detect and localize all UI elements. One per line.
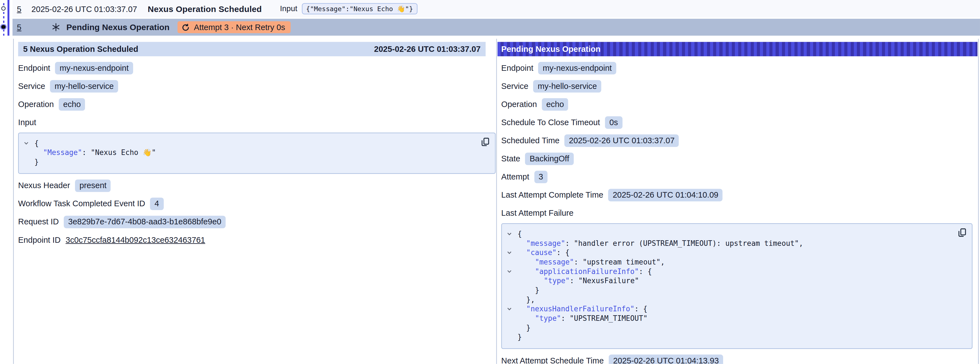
timeline-node-circle-icon [1, 6, 6, 11]
copy-button[interactable] [481, 138, 490, 146]
input-label: Input [280, 5, 297, 13]
pending-asterisk-icon [52, 23, 60, 31]
code-gutter [505, 323, 517, 333]
json-key: "message" [526, 239, 565, 248]
chevron-down-icon [507, 269, 512, 274]
right-panel-title: Pending Nexus Operation [501, 44, 601, 54]
field-value-link[interactable]: 3c0c75ccfa8144b092c13ce632463761 [65, 234, 205, 246]
code-indent [517, 305, 526, 314]
collapse-toggle[interactable] [505, 248, 517, 258]
code-gutter [505, 239, 517, 248]
field-label: Service [18, 80, 45, 93]
json-punctuation: : [565, 239, 574, 248]
copy-icon [958, 228, 966, 237]
field-label: Endpoint [18, 62, 50, 74]
json-key: "message" [535, 257, 574, 267]
field-label: Scheduled Time [501, 134, 559, 147]
attempt-retry-text: Attempt 3 · Next Retry 0s [194, 22, 285, 32]
code-line: "nexusHandlerFailureInfo": { [505, 305, 966, 314]
retry-icon [182, 23, 189, 31]
json-punctuation: }, [526, 295, 535, 305]
json-punctuation: , [660, 257, 665, 267]
code-line: } [22, 158, 489, 167]
code-gutter [22, 148, 35, 158]
field-label: Next Attempt Schedule Time [501, 354, 604, 364]
json-punctuation: } [535, 286, 539, 295]
field-label: Input [18, 118, 36, 127]
json-key: "type" [544, 276, 570, 286]
json-punctuation: } [517, 333, 522, 342]
code-line: "applicationFailureInfo": { [505, 267, 966, 276]
collapse-toggle[interactable] [22, 139, 35, 148]
json-string: "NexusFailure" [578, 276, 639, 286]
code-line: "type": "NexusFailure" [505, 276, 966, 286]
field-attempt: Attempt3 [501, 171, 978, 184]
field-service: Servicemy-hello-service [501, 80, 978, 93]
event-id-link[interactable]: 5 [17, 22, 21, 32]
field-service: Servicemy-hello-service [18, 80, 496, 93]
pending-operation-right-panel: Pending Nexus Operation Endpointmy-nexus… [496, 39, 978, 364]
event-title: Pending Nexus Operation [66, 22, 169, 32]
field-workflow-task-completed-event-id: Workflow Task Completed Event ID4 [18, 198, 496, 210]
field-operation: Operationecho [18, 98, 496, 111]
code-gutter [505, 286, 517, 295]
chevron-down-icon [507, 250, 512, 255]
collapse-toggle[interactable] [505, 229, 517, 239]
field-value-badge: present [75, 179, 111, 192]
field-label: State [501, 152, 520, 165]
json-punctuation: : [561, 314, 570, 323]
event-id-link[interactable]: 5 [17, 4, 21, 14]
field-endpoint: Endpointmy-nexus-endpoint [501, 62, 978, 74]
json-punctuation: , [799, 239, 803, 248]
field-label: Last Attempt Complete Time [501, 189, 603, 201]
field-endpoint-id: Endpoint ID3c0c75ccfa8144b092c13ce632463… [18, 234, 496, 246]
code-indent [517, 323, 526, 333]
field-value-badge: BackingOff [525, 152, 574, 165]
code-gutter [22, 158, 35, 167]
field-next-attempt-schedule-time: Next Attempt Schedule Time2025-02-26 UTC… [501, 354, 978, 364]
code-line: }, [505, 295, 966, 305]
field-request-id: Request ID3e829b7e-7d67-4b08-aad3-b1e868… [18, 216, 496, 228]
collapse-toggle[interactable] [505, 305, 517, 314]
field-label: Operation [18, 98, 54, 111]
event-timestamp: 2025-02-26 UTC 01:03:37.07 [32, 4, 137, 14]
field-label: Attempt [501, 171, 529, 184]
json-key: "cause" [526, 248, 557, 258]
field-label: Endpoint ID [18, 234, 60, 246]
event-details-left-panel: 5 Nexus Operation Scheduled 2025-02-26 U… [14, 39, 496, 364]
field-label: Operation [501, 98, 537, 111]
code-indent [517, 239, 526, 248]
event-history-view: 5 2025-02-26 UTC 01:03:37.07 Nexus Opera… [0, 0, 980, 364]
json-string: "upstream timeout" [582, 257, 660, 267]
field-label: Endpoint [501, 62, 533, 74]
field-input: Input{"Message": "Nexus Echo 👋"} [18, 116, 496, 174]
left-panel-title: 5 Nexus Operation Scheduled [23, 44, 138, 54]
collapse-toggle[interactable] [505, 267, 517, 276]
code-gutter [505, 257, 517, 267]
code-line: "Message": "Nexus Echo 👋" [22, 148, 489, 158]
json-punctuation: } [526, 323, 531, 333]
field-label: Workflow Task Completed Event ID [18, 198, 145, 210]
code-line: { [22, 139, 489, 148]
left-panel-header: 5 Nexus Operation Scheduled 2025-02-26 U… [18, 42, 485, 56]
event-details-panel: 5 Nexus Operation Scheduled 2025-02-26 U… [13, 39, 978, 364]
event-row-pending[interactable]: 5 Pending Nexus Operation Attempt 3 · Ne… [13, 19, 980, 36]
timeline-node-dot-icon [2, 25, 6, 29]
json-punctuation: : [82, 148, 91, 158]
code-gutter [505, 314, 517, 323]
field-schedule-to-close-timeout: Schedule To Close Timeout0s [501, 116, 978, 129]
json-punctuation: : [574, 257, 582, 267]
field-value-badge: 0s [605, 116, 622, 129]
code-line: "type": "UPSTREAM_TIMEOUT" [505, 314, 966, 323]
code-line: } [505, 323, 966, 333]
field-label: Schedule To Close Timeout [501, 116, 600, 129]
field-last-attempt-failure: Last Attempt Failure{"message": "handler… [501, 207, 978, 349]
event-row-scheduled[interactable]: 5 2025-02-26 UTC 01:03:37.07 Nexus Opera… [13, 0, 980, 18]
copy-button[interactable] [958, 228, 966, 237]
field-operation: Operationecho [501, 98, 978, 111]
timeline-selection-bar [7, 0, 9, 36]
field-endpoint: Endpointmy-nexus-endpoint [18, 62, 496, 74]
json-punctuation: } [34, 158, 39, 167]
code-indent [517, 276, 544, 286]
json-string: "Nexus Echo 👋" [91, 148, 156, 158]
